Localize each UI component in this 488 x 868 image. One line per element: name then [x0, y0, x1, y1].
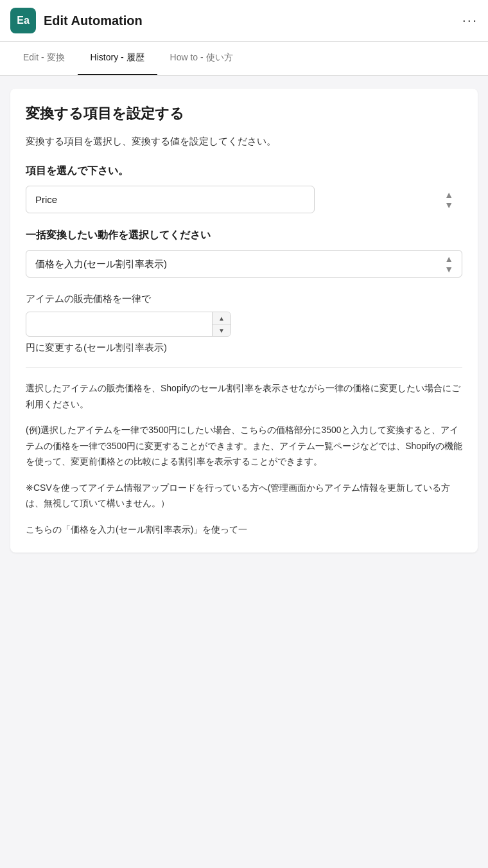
number-input-label: アイテムの販売価格を一律で [26, 293, 462, 305]
number-spinner: ▲ ▼ [212, 312, 231, 336]
section-title: 変換する項目を設定する [26, 104, 462, 123]
action-select[interactable]: 価格を入力(セール割引率表示) [26, 250, 462, 278]
header-left: Ea Edit Automation [10, 8, 143, 33]
spinner-down-button[interactable]: ▼ [213, 324, 231, 336]
item-select-wrapper: Price ▲ ▼ [26, 186, 462, 213]
divider [26, 367, 462, 368]
app-icon: Ea [10, 8, 36, 33]
app-header: Ea Edit Automation ··· [0, 0, 488, 42]
tab-howto[interactable]: How to - 使い方 [157, 42, 246, 75]
settings-card: 変換する項目を設定する 変換する項目を選択し、変換する値を設定してください。 項… [10, 89, 478, 553]
number-input-wrapper: ▲ ▼ [26, 312, 231, 337]
spinner-up-button[interactable]: ▲ [213, 312, 231, 324]
section-description: 変換する項目を選択し、変換する値を設定してください。 [26, 134, 462, 149]
item-select[interactable]: Price [26, 186, 315, 213]
description-2: (例)選択したアイテムを一律で3500円にしたい場合、こちらの価格部分に3500… [26, 422, 462, 470]
tabs-nav: Edit - 変換 History - 履歴 How to - 使い方 [0, 42, 488, 76]
tab-history[interactable]: History - 履歴 [78, 42, 157, 75]
tab-edit[interactable]: Edit - 変換 [10, 42, 78, 75]
more-options-button[interactable]: ··· [462, 12, 478, 29]
description-3: ※CSVを使ってアイテム情報アップロードを行っている方へ(管理画面からアイテム情… [26, 480, 462, 511]
main-content: 変換する項目を設定する 変換する項目を選択し、変換する値を設定してください。 項… [0, 76, 488, 576]
description-1: 選択したアイテムの販売価格を、Shopifyのセール割引率を表示させながら一律の… [26, 380, 462, 412]
description-4: こちらの「価格を入力(セール割引率表示)」を使って一 [26, 522, 462, 538]
action-select-wrapper: 価格を入力(セール割引率表示) ▲ ▼ [26, 250, 462, 278]
action-label: 一括変換したい動作を選択してください [26, 229, 462, 242]
price-input[interactable] [26, 312, 212, 336]
field-label: 項目を選んで下さい。 [26, 164, 462, 178]
number-input-section: アイテムの販売価格を一律で ▲ ▼ [26, 293, 462, 337]
item-select-arrow: ▲ ▼ [444, 190, 453, 209]
page-title: Edit Automation [44, 13, 143, 28]
after-input-text: 円に変更する(セール割引率表示) [26, 342, 462, 354]
